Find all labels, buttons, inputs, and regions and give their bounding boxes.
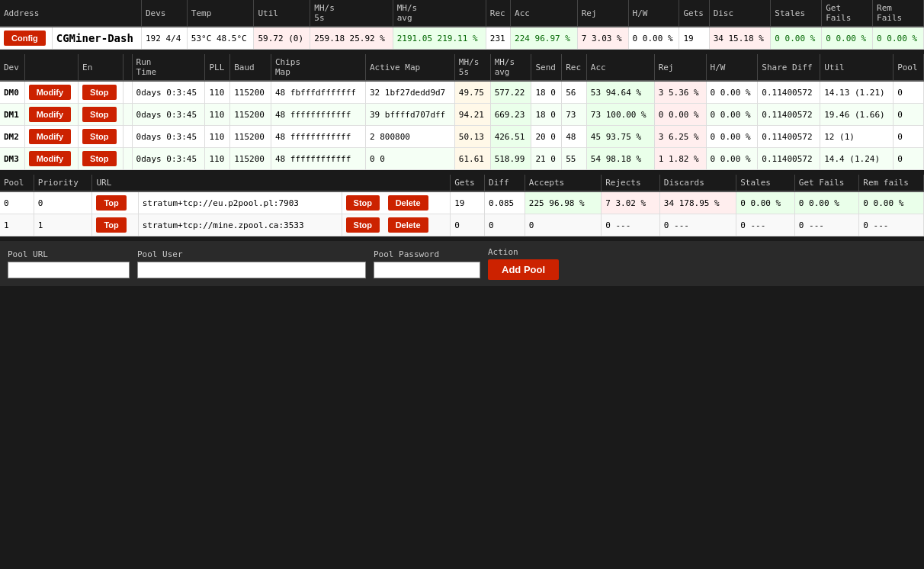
pool-stales: 0 --- bbox=[736, 214, 795, 236]
config-button[interactable]: Config bbox=[4, 31, 46, 46]
dev-acc: 45 93.75 % bbox=[586, 126, 654, 148]
dev-col-pool: Pool bbox=[894, 54, 924, 81]
pool-getfails: 0 --- bbox=[794, 214, 859, 236]
col-stales: Stales bbox=[771, 0, 822, 27]
pool-col-diff: Diff bbox=[485, 175, 525, 191]
dev-baud: 115200 bbox=[230, 126, 271, 148]
dev-util: 12 (1) bbox=[820, 126, 894, 148]
dev-chipsmap: 48 ffffffffffff bbox=[271, 148, 365, 170]
action-label: Action bbox=[488, 247, 559, 257]
dev-mhs5s: 50.13 bbox=[454, 126, 490, 148]
col-hw: H/W bbox=[628, 0, 679, 27]
dev-name: DM2 bbox=[0, 126, 24, 148]
dev-baud: 115200 bbox=[230, 148, 271, 170]
config-disc: 34 15.18 % bbox=[709, 27, 771, 50]
dev-pool: 0 bbox=[894, 104, 924, 126]
modify-button[interactable]: Modify bbox=[29, 151, 71, 166]
modify-button[interactable]: Modify bbox=[29, 129, 71, 144]
dev-pool: 0 bbox=[894, 81, 924, 104]
add-pool-button[interactable]: Add Pool bbox=[488, 259, 559, 280]
col-gets: Gets bbox=[679, 0, 709, 27]
dev-pool: 0 bbox=[894, 126, 924, 148]
col-temp: Temp bbox=[187, 0, 254, 27]
pool-col-rejects: Rejects bbox=[602, 175, 660, 191]
config-util: 59.72 (0) bbox=[254, 27, 310, 50]
miner-name: CGMiner-Dash bbox=[52, 27, 141, 50]
pool-delete-button[interactable]: Delete bbox=[388, 195, 428, 211]
dev-util: 14.13 (1.21) bbox=[820, 81, 894, 104]
pool-stop-button[interactable]: Stop bbox=[346, 195, 380, 211]
modify-button[interactable]: Modify bbox=[29, 85, 71, 100]
pool-stop-button[interactable]: Stop bbox=[346, 217, 380, 233]
pool-col-accepts: Accepts bbox=[525, 175, 601, 191]
col-rej: Rej bbox=[577, 0, 628, 27]
dev-modify-btn-cell: Modify bbox=[24, 81, 78, 104]
pool-url-input[interactable] bbox=[8, 262, 130, 278]
pool-actions: Stop Delete bbox=[342, 191, 451, 214]
dev-rej: 3 5.36 % bbox=[654, 81, 706, 104]
pool-url-group: Pool URL bbox=[8, 249, 130, 278]
pool-rejects: 7 3.02 % bbox=[602, 191, 660, 214]
pool-getfails: 0 0.00 % bbox=[794, 191, 859, 214]
config-mhsavg: 2191.05 219.11 % bbox=[393, 27, 486, 50]
pool-password-label: Pool Password bbox=[374, 249, 480, 259]
dev-activemap: 2 800800 bbox=[365, 126, 454, 148]
dev-modify-btn-cell: Modify bbox=[24, 148, 78, 170]
dev-col-sharediff: Share Diff bbox=[758, 54, 820, 81]
dev-runtime: 0days 0:3:45 bbox=[132, 104, 205, 126]
device-row: DM0 Modify Stop 0days 0:3:45 110 115200 … bbox=[0, 81, 924, 104]
device-row: DM2 Modify Stop 0days 0:3:45 110 115200 … bbox=[0, 126, 924, 148]
dev-col-btn bbox=[24, 54, 78, 81]
dev-acc: 54 98.18 % bbox=[586, 148, 654, 170]
pool-top-button[interactable]: Top bbox=[96, 195, 126, 211]
dev-rec: 48 bbox=[562, 126, 587, 148]
dev-activemap: 0 0 bbox=[365, 148, 454, 170]
col-acc: Acc bbox=[511, 0, 578, 27]
dev-col-dev: Dev bbox=[0, 54, 24, 81]
dev-col-acc: Acc bbox=[586, 54, 654, 81]
pool-remfails: 0 --- bbox=[859, 214, 924, 236]
dev-hw: 0 0.00 % bbox=[706, 126, 758, 148]
dev-runtime: 0days 0:3:45 bbox=[132, 81, 205, 104]
dev-sharediff: 0.11400572 bbox=[758, 104, 820, 126]
pool-actions: Stop Delete bbox=[342, 214, 451, 236]
pool-priority: 0 bbox=[34, 191, 92, 214]
pool-col-pool: Pool bbox=[0, 175, 34, 191]
dev-chipsmap: 48 fbfffdfffffff bbox=[271, 81, 365, 104]
pool-diff: 0 bbox=[485, 214, 525, 236]
pool-top-button[interactable]: Top bbox=[96, 217, 126, 233]
pool-col-getfails: Get Fails bbox=[794, 175, 859, 191]
dev-pll: 110 bbox=[205, 126, 230, 148]
dev-send: 18 0 bbox=[531, 104, 562, 126]
config-remfails: 0 0.00 % bbox=[873, 27, 924, 50]
col-mhsavg: MH/savg bbox=[393, 0, 486, 27]
dev-rec: 73 bbox=[562, 104, 587, 126]
config-button-cell: Config bbox=[0, 27, 52, 50]
stop-button[interactable]: Stop bbox=[82, 107, 116, 122]
pool-stales: 0 0.00 % bbox=[736, 191, 795, 214]
pool-password-group: Pool Password bbox=[374, 249, 480, 278]
pool-user-input[interactable] bbox=[137, 262, 366, 278]
pool-password-input[interactable] bbox=[374, 262, 480, 278]
config-rec: 231 bbox=[486, 27, 510, 50]
config-stales: 0 0.00 % bbox=[771, 27, 822, 50]
dev-col-mhs5s: MH/s5s bbox=[454, 54, 490, 81]
dev-modify-btn-cell: Modify bbox=[24, 104, 78, 126]
pool-row: 1 1 Top stratum+tcp://mine.zpool.ca:3533… bbox=[0, 214, 924, 236]
dev-col-en2 bbox=[123, 54, 132, 81]
dev-modify-btn-cell: Modify bbox=[24, 126, 78, 148]
dev-rej: 0 0.00 % bbox=[654, 104, 706, 126]
modify-button[interactable]: Modify bbox=[29, 107, 71, 122]
dev-col-activemap: Active Map bbox=[365, 54, 454, 81]
stop-button[interactable]: Stop bbox=[82, 85, 116, 100]
device-row: DM3 Modify Stop 0days 0:3:45 110 115200 … bbox=[0, 148, 924, 170]
stop-button[interactable]: Stop bbox=[82, 151, 116, 166]
pool-delete-button[interactable]: Delete bbox=[388, 217, 428, 233]
col-util: Util bbox=[254, 0, 310, 27]
col-rec: Rec bbox=[486, 0, 510, 27]
pool-accepts: 225 96.98 % bbox=[525, 191, 601, 214]
stop-button[interactable]: Stop bbox=[82, 129, 116, 144]
dev-col-rec: Rec bbox=[562, 54, 587, 81]
dev-col-chipsmap: ChipsMap bbox=[271, 54, 365, 81]
dev-col-mhsavg: MH/savg bbox=[490, 54, 531, 81]
